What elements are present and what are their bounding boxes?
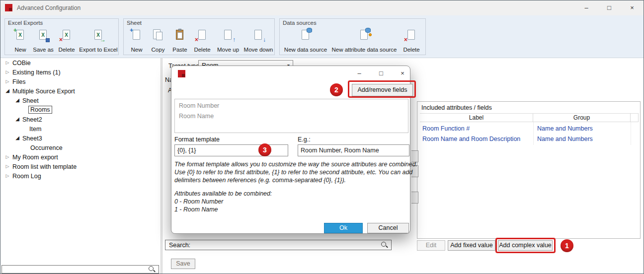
- annotation-highlight-add-remove-fields: [348, 80, 416, 98]
- sidebar-item-sheet2[interactable]: ◢ Sheet2: [0, 115, 159, 125]
- column-header-group[interactable]: Group: [533, 113, 631, 122]
- move-down-button[interactable]: ↓ Move down: [243, 27, 274, 54]
- close-button[interactable]: ×: [621, 0, 644, 15]
- move-up-icon: ↑: [222, 29, 234, 42]
- paste-icon: [174, 29, 186, 42]
- data-source-delete-icon: ×: [405, 29, 417, 42]
- ribbon-group-label: Excel Exports: [8, 20, 43, 26]
- search-icon: [381, 242, 388, 249]
- cancel-button[interactable]: Cancel: [367, 223, 409, 233]
- expander-collapsed-icon[interactable]: ▷: [4, 60, 10, 65]
- sidebar-item-my-room-export[interactable]: ▷ My Room export: [0, 153, 159, 162]
- paste-button[interactable]: Paste: [169, 27, 190, 54]
- copy-icon: [152, 29, 164, 42]
- pane-splitter[interactable]: [161, 58, 162, 274]
- sheet-delete-button[interactable]: × Delete: [191, 27, 213, 54]
- add-fixed-value-button[interactable]: Add fixed value: [448, 240, 495, 251]
- annotation-step-1: 1: [561, 239, 573, 252]
- copy-button[interactable]: Copy: [148, 27, 168, 54]
- sidebar-item-label: Room list with template: [12, 163, 77, 170]
- export-to-excel-button[interactable]: X→ Export to Excel: [79, 27, 118, 54]
- ok-button[interactable]: Ok: [324, 223, 363, 233]
- format-description-line: Use {0} to refer to the first attribute,…: [174, 169, 412, 176]
- excel-save-as-icon: X: [37, 29, 49, 42]
- list-item[interactable]: Room Name: [179, 113, 214, 120]
- title-bar: Advanced Configuration – □ ×: [0, 0, 644, 15]
- list-item[interactable]: Room Number: [179, 102, 219, 109]
- move-down-icon: ↓: [252, 29, 264, 42]
- window-title: Advanced Configuration: [17, 4, 80, 11]
- fields-listbox: Room Number Room Name: [174, 99, 408, 133]
- sidebar-item-label: Existing Items (1): [12, 69, 61, 76]
- dialog-logo-icon: [178, 70, 185, 77]
- maximize-button[interactable]: □: [598, 0, 621, 15]
- expander-expanded-icon[interactable]: ◢: [14, 135, 20, 140]
- annotation-highlight-add-complex-value: [495, 238, 556, 253]
- sidebar-item-label: Occurrence: [30, 144, 63, 151]
- sidebar-search-box: [1, 265, 159, 274]
- sidebar-item-sheet[interactable]: ◢ Sheet: [0, 96, 159, 106]
- sidebar-item-files[interactable]: ▷ Files: [0, 77, 159, 87]
- excel-delete-icon: X×: [61, 29, 73, 42]
- sidebar-item-label: COBie: [12, 60, 31, 67]
- row-label-cell: Room Function #: [422, 125, 470, 132]
- sidebar-item-cobie[interactable]: ▷ COBie: [0, 59, 159, 68]
- new-attribute-data-source-button[interactable]: New attribute data source: [329, 27, 399, 54]
- move-up-button[interactable]: ↑ Move up: [214, 27, 242, 54]
- sidebar-item-room-log[interactable]: ▷ Room Log: [0, 172, 159, 181]
- sidebar-item-label: Sheet: [22, 97, 39, 104]
- excel-save-as-button[interactable]: X Save as: [32, 27, 55, 54]
- toolbar-button-label: New attribute data source: [329, 47, 399, 53]
- ribbon-group-sheet: Sheet + New Copy Paste × Delete ↑ Move u…: [123, 18, 275, 55]
- attributes-available-heading: Attributes available to be combined:: [174, 190, 272, 197]
- expander-expanded-icon[interactable]: ◢: [4, 88, 10, 93]
- clipped-button[interactable]: [411, 192, 418, 204]
- dialog-maximize-button[interactable]: □: [373, 66, 389, 81]
- save-button[interactable]: Save: [171, 259, 195, 269]
- expander-collapsed-icon[interactable]: ▷: [4, 154, 10, 159]
- annotation-step-3: 3: [258, 143, 271, 156]
- sheet-new-button[interactable]: + New: [127, 27, 147, 54]
- new-attribute-data-source-icon: [358, 29, 370, 42]
- sidebar-item-rooms[interactable]: Rooms: [0, 106, 159, 115]
- dialog-close-button[interactable]: ×: [395, 66, 410, 81]
- main-search-input[interactable]: [190, 241, 380, 249]
- expander-collapsed-icon[interactable]: ▷: [4, 79, 10, 84]
- expander-collapsed-icon[interactable]: ▷: [4, 69, 10, 74]
- expander-expanded-icon[interactable]: ◢: [14, 97, 20, 103]
- search-label: Search:: [169, 242, 190, 249]
- sidebar-item-room-list-with-template[interactable]: ▷ Room list with template: [0, 162, 159, 172]
- main-search-box: Search:: [165, 240, 392, 250]
- sidebar-item-label: Rooms: [28, 106, 52, 114]
- excel-new-button[interactable]: X+ New: [10, 27, 31, 54]
- minimize-button[interactable]: –: [575, 0, 598, 15]
- sidebar-item-multiple-source-export[interactable]: ◢ Multiple Source Export: [0, 87, 159, 96]
- toolbar-button-label: Delete: [191, 47, 213, 53]
- dialog-minimize-button[interactable]: –: [351, 66, 367, 81]
- export-to-excel-icon: X→: [92, 29, 104, 42]
- example-input[interactable]: [298, 144, 409, 156]
- sheet-new-icon: +: [131, 29, 143, 42]
- expander-collapsed-icon[interactable]: ▷: [4, 164, 10, 169]
- column-header-label[interactable]: Label: [420, 113, 533, 122]
- data-source-delete-button[interactable]: × Delete: [400, 27, 423, 54]
- sidebar-search-input[interactable]: [3, 266, 148, 273]
- sidebar-item-occurrence[interactable]: Occurrence: [0, 143, 159, 153]
- expander-collapsed-icon[interactable]: ▷: [4, 173, 10, 178]
- annotation-step-2: 2: [330, 83, 343, 96]
- sidebar-item-item[interactable]: Item: [0, 125, 159, 134]
- edit-button[interactable]: Edit: [417, 240, 445, 251]
- sidebar-item-label: Room Log: [12, 173, 41, 180]
- advanced-configuration-window: Advanced Configuration – □ × Excel Expor…: [0, 0, 644, 274]
- attribute-reference: 1 - Room Name: [174, 206, 218, 213]
- sidebar-item-existing-items[interactable]: ▷ Existing Items (1): [0, 68, 159, 77]
- expander-expanded-icon[interactable]: ◢: [14, 116, 20, 122]
- toolbar-button-label: New: [10, 47, 31, 53]
- excel-delete-button[interactable]: X× Delete: [56, 27, 78, 54]
- excel-new-icon: X+: [14, 29, 26, 42]
- sidebar-item-sheet3[interactable]: ◢ Sheet3: [0, 134, 159, 143]
- new-data-source-button[interactable]: New data source: [283, 27, 328, 54]
- sidebar-item-label: Sheet2: [22, 116, 42, 123]
- included-attributes-panel: Included attributes / fields Label Group…: [417, 101, 641, 239]
- toolbar-button-label: Delete: [56, 47, 78, 53]
